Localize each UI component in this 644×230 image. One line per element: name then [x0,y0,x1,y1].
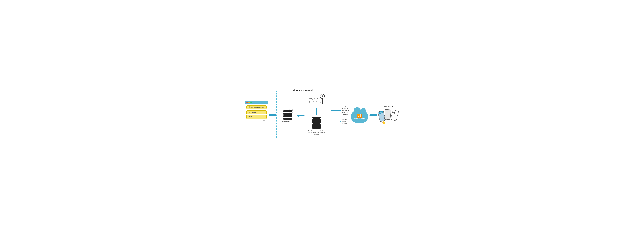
radius-line2: Connector [312,99,318,101]
eye-icon: 👁 [321,95,324,98]
cloud-label-inside: LoginTC Cloud [354,118,364,120]
arrow-left-1 [269,115,276,116]
browser-body: http://vpn.corp.com Username ****** ☞ [245,104,268,124]
radius-line3: (Virtual Appliance) [309,101,321,103]
database-label: First Factor Authentication Active Direc… [306,130,327,136]
database-icon [312,117,321,129]
cloud-wifi-icon: 📶 [357,113,362,118]
barracuda-to-radius-arrows [297,115,305,117]
radius-box: 👁 LoginTC RADIUS Connector (Virtual Appl… [307,96,323,104]
vertical-double-arrow [316,107,317,116]
sms-bubble: SMS [379,111,384,114]
arrow-double-horizontal-2 [298,115,304,117]
phone-group: SMS **** 👁 👆 [379,108,398,124]
barracuda-icon: 🦈 [282,109,293,120]
db-body-1 [312,119,321,121]
browser-cursor: ☞ [246,120,266,123]
polling-arrow [332,122,341,122]
browser-dot-green [250,102,252,103]
browser-url-bar: http://vpn.corp.com [246,105,266,109]
polling-row: Polling every second [332,119,349,125]
browser-titlebar [245,101,268,104]
cursor-icon: ☞ [263,120,265,123]
cloud-component: 📶 LoginTC Cloud [350,107,369,123]
phone-card-right: 👁 [390,109,399,121]
right-side-arrows: Secure Request (Outgoing Port 443 HTTPS)… [332,105,349,125]
db-ellipse-top [312,117,321,119]
radius-eye-badge: 👁 [320,94,325,99]
arrow-double-horizontal-3 [370,114,376,116]
hand-icon: 👆 [382,121,386,124]
corporate-network-box: Corporate Network 🦈 [276,91,330,139]
cloud-to-2fa-arrows [369,114,377,116]
corporate-network-title: Corporate Network [292,89,314,91]
browser-username-field: Username [246,110,266,114]
browser-to-barracuda-arrows [268,114,276,116]
database-section: First Factor Authentication Active Direc… [306,117,327,136]
server-disk-1 [284,110,292,112]
db-ellipse-mid [312,123,321,125]
browser-window: http://vpn.corp.com Username ****** ☞ [245,101,268,129]
secure-request-arrow [332,110,341,111]
main-layout: http://vpn.corp.com Username ****** ☞ Co… [245,91,399,139]
browser-dot-red [246,102,248,103]
server-stack [284,110,292,120]
server-disk-4 [284,118,292,120]
server-disk-3 [284,115,292,117]
arrow-left-3 [370,115,376,116]
cloud-shape: 📶 LoginTC Cloud [351,110,368,123]
secure-request-label: Secure Request (Outgoing Port 443 HTTPS) [342,105,349,116]
arrow-double-horizontal [269,114,276,116]
twofa-label: LoginTC 2FA [383,106,393,108]
polling-label: Polling every second [342,119,349,125]
db-below-section: First Factor Authentication Active Direc… [306,107,327,136]
secure-request-row: Secure Request (Outgoing Port 443 HTTPS) [332,105,349,116]
corp-content: 🦈 Barracuda SSL [280,96,327,136]
db-body-2 [312,121,321,123]
diagram-container: http://vpn.corp.com Username ****** ☞ Co… [242,86,402,144]
phone-card-center: **** [384,109,391,120]
browser-dot-yellow [248,102,250,103]
corp-with-db: 👁 LoginTC RADIUS Connector (Virtual Appl… [306,96,327,136]
browser-password-field: ****** [246,115,266,119]
db-body-3 [312,126,321,127]
radius-component: 👁 LoginTC RADIUS Connector (Virtual Appl… [306,96,324,104]
phone-eye-icon: 👁 [393,111,396,115]
barracuda-label: Barracuda SSL [282,121,293,123]
cloud-wrapper: 📶 LoginTC Cloud [351,110,368,123]
twofa-section: LoginTC 2FA SMS **** 👁 👆 [377,106,399,124]
server-disk-2 [284,113,292,115]
arrow-left-2 [298,116,304,117]
radius-line1: LoginTC RADIUS [310,97,320,99]
db-ellipse-bottom [312,127,321,129]
barracuda-component: 🦈 Barracuda SSL [280,109,296,123]
